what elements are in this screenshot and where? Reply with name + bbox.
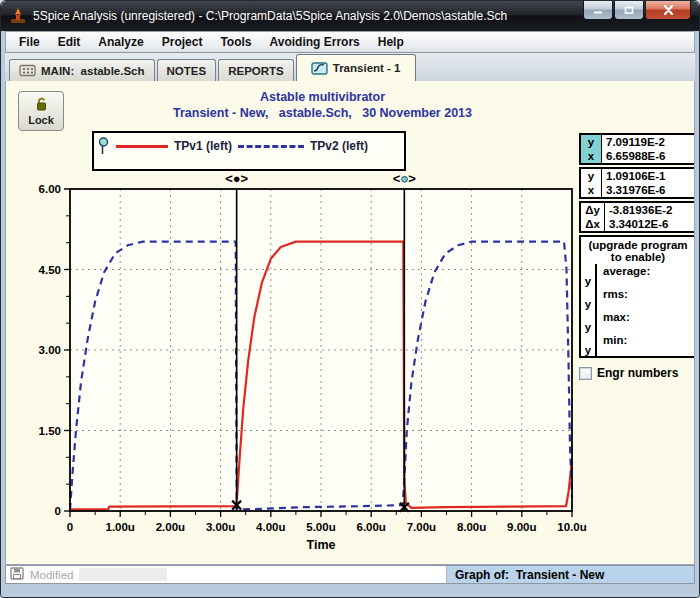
svg-text:10.0u: 10.0u [557, 521, 586, 533]
second-cursor-readout: y 1.09106E-1 x 3.31976E-6 [579, 167, 695, 199]
checkbox-icon[interactable] [579, 367, 592, 380]
stat-row-max: ymax: [581, 310, 695, 333]
second-x-label: x [581, 183, 602, 197]
svg-text:0: 0 [55, 505, 61, 517]
tab-transient-1[interactable]: Transient - 1 [296, 54, 416, 81]
svg-text:2.00u: 2.00u [156, 521, 185, 533]
tab-main-astable-sch[interactable]: MAIN: astable.Sch [9, 59, 155, 81]
svg-text:4.00u: 4.00u [256, 521, 285, 533]
save-floppy-icon[interactable] [10, 566, 24, 584]
stat-name: average: [597, 264, 695, 287]
svg-text:3.00u: 3.00u [206, 521, 235, 533]
tab-reports[interactable]: REPORTS [218, 59, 294, 81]
stat-name: rms: [597, 287, 695, 310]
stat-row-min: ymin: [581, 333, 695, 356]
delta-x-label: Δx [581, 217, 605, 231]
svg-text:<●>: <●> [225, 171, 248, 186]
stat-y-label: y [581, 333, 597, 356]
status-bar: Modified Graph of: Transient - New [5, 565, 695, 584]
menu-tools[interactable]: Tools [211, 33, 260, 51]
stat-row-average: yaverage: [581, 264, 695, 287]
stat-y-label: y [581, 264, 597, 287]
second-y-label: y [581, 169, 602, 183]
status-pill [79, 568, 167, 581]
stat-name: max: [597, 310, 695, 333]
stat-y-label: y [581, 310, 597, 333]
window-frame: FileEditAnalyzeProjectToolsAvoiding Erro… [1, 31, 699, 597]
stat-row-rms: yrms: [581, 287, 695, 310]
close-button[interactable] [645, 1, 691, 20]
menu-file[interactable]: File [10, 33, 49, 51]
tab-label: Transient - 1 [333, 62, 401, 74]
active-x-value: 6.65988E-6 [602, 149, 695, 163]
stat-name: min: [597, 333, 695, 356]
status-modified-section: Modified [6, 566, 447, 583]
active-y-label: y [581, 135, 602, 149]
svg-text:4.50: 4.50 [39, 264, 61, 276]
tab-label: REPORTS [228, 65, 284, 77]
legend-series2-line [238, 145, 304, 148]
status-graph-of: Graph of: Transient - New [447, 566, 694, 583]
menu-project[interactable]: Project [153, 33, 212, 51]
active-x-label: x [581, 149, 602, 163]
modified-label: Modified [30, 569, 73, 581]
tab-label: NOTES [167, 65, 207, 77]
upgrade-note: (upgrade program to enable) [581, 237, 695, 264]
engr-numbers-checkbox[interactable]: Engr numbers [579, 366, 695, 380]
menu-avoiding-errors[interactable]: Avoiding Errors [261, 33, 369, 51]
titlebar[interactable]: 5Spice Analysis (unregistered) - C:\Prog… [1, 1, 699, 31]
svg-text:0: 0 [67, 521, 73, 533]
delta-x-value: 3.34012E-6 [605, 217, 695, 231]
delta-readout: Δy -3.81936E-2 Δx 3.34012E-6 [579, 201, 695, 233]
tab-bar: MAIN: astable.SchNOTESREPORTSTransient -… [5, 53, 695, 81]
tab-label: MAIN: astable.Sch [41, 65, 145, 77]
menu-analyze[interactable]: Analyze [89, 33, 152, 51]
legend-series1-line [116, 145, 168, 148]
stat-y-label: y [581, 287, 597, 310]
svg-text:6.00u: 6.00u [356, 521, 385, 533]
menu-help[interactable]: Help [369, 33, 413, 51]
minimize-button[interactable] [583, 1, 613, 20]
second-x-value: 3.31976E-6 [602, 183, 695, 197]
app-icon [9, 7, 27, 25]
transient-chart[interactable]: 01.00u2.00u3.00u4.00u5.00u6.00u7.00u8.00… [30, 157, 590, 557]
menu-bar: FileEditAnalyzeProjectToolsAvoiding Erro… [5, 31, 695, 53]
restore-button[interactable] [614, 1, 644, 20]
schematic-icon [19, 64, 36, 77]
stats-rows: yaverage:yrms:ymax:ymin: [581, 264, 695, 356]
delta-y-label: Δy [581, 203, 605, 217]
active-y-value: 7.09119E-2 [602, 135, 695, 149]
svg-text:8.00u: 8.00u [457, 521, 486, 533]
window-controls [582, 1, 691, 20]
legend-series1-label: TPv1 (left) [174, 139, 232, 153]
waveform-icon [311, 62, 328, 75]
cursor-readout-panel: y 7.09119E-2 x 6.65988E-6 y 1.09106E-1 x… [579, 133, 695, 380]
svg-text:5.00u: 5.00u [306, 521, 335, 533]
legend-pin-icon [98, 137, 110, 159]
active-cursor-readout: y 7.09119E-2 x 6.65988E-6 [579, 133, 695, 165]
legend-series2-label: TPv2 (left) [310, 139, 368, 153]
graph-subtitle: Transient - New, astable.Sch, 30 Novembe… [30, 106, 615, 120]
svg-text:6.00: 6.00 [39, 183, 61, 195]
app-window: 5Spice Analysis (unregistered) - C:\Prog… [0, 0, 700, 598]
menu-edit[interactable]: Edit [49, 33, 90, 51]
svg-text:<●>: <●> [393, 171, 416, 186]
second-y-value: 1.09106E-1 [602, 169, 695, 183]
svg-text:1.00u: 1.00u [105, 521, 134, 533]
graph-title: Astable multivibrator [30, 90, 615, 104]
tab-notes[interactable]: NOTES [157, 59, 217, 81]
svg-text:1.50: 1.50 [39, 425, 61, 437]
svg-text:3.00: 3.00 [39, 344, 61, 356]
delta-y-value: -3.81936E-2 [605, 203, 695, 217]
window-title: 5Spice Analysis (unregistered) - C:\Prog… [33, 9, 507, 23]
stats-box: (upgrade program to enable) yaverage:yrm… [579, 235, 695, 358]
engr-numbers-label: Engr numbers [597, 366, 678, 380]
svg-text:7.00u: 7.00u [407, 521, 436, 533]
svg-text:9.00u: 9.00u [507, 521, 536, 533]
graph-page: Lock Astable multivibrator Transient - N… [5, 81, 695, 565]
svg-text:Time: Time [307, 538, 336, 552]
